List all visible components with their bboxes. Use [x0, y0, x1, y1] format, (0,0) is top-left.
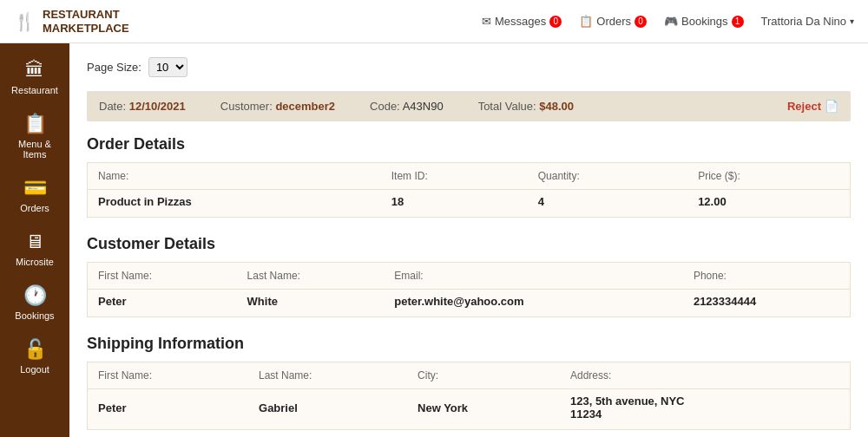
sidebar-item-orders[interactable]: 💳 Orders	[0, 168, 69, 222]
microsite-icon: 🖥	[25, 231, 44, 253]
col-header-lastname: Last Name:	[237, 263, 385, 290]
bookings-sidebar-icon: 🕐	[23, 284, 47, 307]
ship-lastname: Gabriel	[248, 389, 407, 430]
sidebar-item-logout[interactable]: 🔓 Logout	[0, 329, 69, 383]
order-customer: Customer: december2	[220, 100, 335, 113]
user-menu[interactable]: Trattoria Da Nino ▾	[761, 15, 855, 28]
sidebar-label-menu: Menu &Items	[18, 139, 51, 160]
col-header-itemid: Item ID:	[381, 163, 528, 190]
main-layout: 🏛 Restaurant 📋 Menu &Items 💳 Orders 🖥 Mi…	[0, 43, 868, 437]
order-product-name: Product in Pizzas	[88, 190, 381, 218]
col-header-phone: Phone:	[683, 263, 851, 290]
header-nav: ✉ Messages 0 📋 Orders 0 🎮 Bookings 1 Tra…	[482, 15, 854, 28]
col-header-quantity: Quantity:	[528, 163, 687, 190]
col-header-price: Price ($):	[687, 163, 850, 190]
reject-icon: 📄	[825, 100, 838, 113]
bookings-icon: 🎮	[664, 15, 678, 28]
order-summary-bar: Date: 12/10/2021 Customer: december2 Cod…	[87, 91, 851, 121]
order-quantity: 4	[528, 190, 687, 218]
customer-details-title: Customer Details	[87, 235, 851, 253]
main-content: Page Size: 10 25 50 Date: 12/10/2021 Cus…	[69, 43, 868, 437]
shipping-info-table: First Name: Last Name: City: Address: Pe…	[87, 362, 851, 430]
menu-icon: 📋	[23, 113, 47, 135]
order-item-id: 18	[381, 190, 528, 218]
top-header: 🍴 RESTAURANT MARKETPLACE ✉ Messages 0 📋 …	[0, 0, 868, 43]
orders-icon: 📋	[579, 15, 593, 28]
user-name: Trattoria Da Nino	[761, 15, 847, 28]
messages-nav[interactable]: ✉ Messages 0	[482, 15, 562, 28]
sidebar-label-bookings: Bookings	[15, 310, 54, 321]
ship-city: New York	[407, 389, 560, 430]
logout-icon: 🔓	[23, 338, 47, 361]
sidebar-item-bookings[interactable]: 🕐 Bookings	[0, 276, 69, 329]
page-size-row: Page Size: 10 25 50	[87, 57, 851, 77]
sidebar: 🏛 Restaurant 📋 Menu &Items 💳 Orders 🖥 Mi…	[0, 43, 69, 437]
customer-email: peter.white@yahoo.com	[384, 290, 683, 317]
order-total: Total Value: $48.00	[478, 100, 574, 113]
orders-nav[interactable]: 📋 Orders 0	[579, 15, 647, 28]
col-header-ship-address: Address:	[560, 362, 851, 389]
customer-details-section: Customer Details First Name: Last Name: …	[87, 235, 851, 317]
col-header-name: Name:	[88, 163, 381, 190]
ship-firstname: Peter	[88, 389, 249, 430]
sidebar-label-restaurant: Restaurant	[11, 85, 58, 95]
orders-badge: 0	[635, 16, 647, 28]
col-header-firstname: First Name:	[88, 263, 237, 290]
page-size-label: Page Size:	[87, 61, 141, 74]
order-details-section: Order Details Name: Item ID: Quantity: P…	[87, 135, 851, 218]
order-details-title: Order Details	[87, 135, 851, 153]
sidebar-label-microsite: Microsite	[16, 257, 54, 267]
order-code: Code: A43N90	[370, 100, 444, 113]
logo-text: RESTAURANT MARKETPLACE	[43, 8, 129, 35]
customer-details-table: First Name: Last Name: Email: Phone: Pet…	[87, 262, 851, 317]
orders-sidebar-icon: 💳	[23, 177, 47, 199]
customer-phone: 2123334444	[683, 290, 851, 317]
shipping-info-title: Shipping Information	[87, 335, 851, 353]
col-header-ship-lastname: Last Name:	[248, 362, 407, 389]
bookings-badge: 1	[732, 16, 744, 28]
reject-button[interactable]: Reject 📄	[787, 100, 838, 113]
mail-icon: ✉	[482, 15, 491, 28]
chevron-down-icon: ▾	[850, 16, 854, 26]
sidebar-label-logout: Logout	[20, 364, 49, 375]
customer-lastname: White	[237, 290, 385, 317]
order-date: Date: 12/10/2021	[99, 100, 186, 113]
customer-firstname: Peter	[88, 290, 237, 317]
sidebar-item-restaurant[interactable]: 🏛 Restaurant	[0, 50, 69, 104]
col-header-ship-city: City:	[407, 362, 560, 389]
table-row: Peter White peter.white@yahoo.com 212333…	[88, 290, 851, 317]
sidebar-item-menu[interactable]: 📋 Menu &Items	[0, 104, 69, 168]
restaurant-icon: 🏛	[25, 59, 44, 82]
shipping-info-section: Shipping Information First Name: Last Na…	[87, 335, 851, 430]
table-row: Product in Pizzas 18 4 12.00	[88, 190, 851, 218]
table-row: Peter Gabriel New York 123, 5th avenue, …	[88, 389, 851, 430]
order-price: 12.00	[687, 190, 850, 218]
order-details-table: Name: Item ID: Quantity: Price ($): Prod…	[87, 162, 851, 218]
sidebar-item-microsite[interactable]: 🖥 Microsite	[0, 222, 69, 276]
col-header-ship-firstname: First Name:	[88, 362, 249, 389]
logo-icon: 🍴	[14, 11, 36, 32]
logo: 🍴 RESTAURANT MARKETPLACE	[14, 8, 129, 35]
page-size-select[interactable]: 10 25 50	[148, 57, 187, 77]
bookings-nav[interactable]: 🎮 Bookings 1	[664, 15, 743, 28]
sidebar-label-orders: Orders	[20, 203, 49, 213]
col-header-email: Email:	[384, 263, 683, 290]
messages-badge: 0	[549, 16, 562, 28]
ship-address: 123, 5th avenue, NYC11234	[560, 389, 851, 430]
